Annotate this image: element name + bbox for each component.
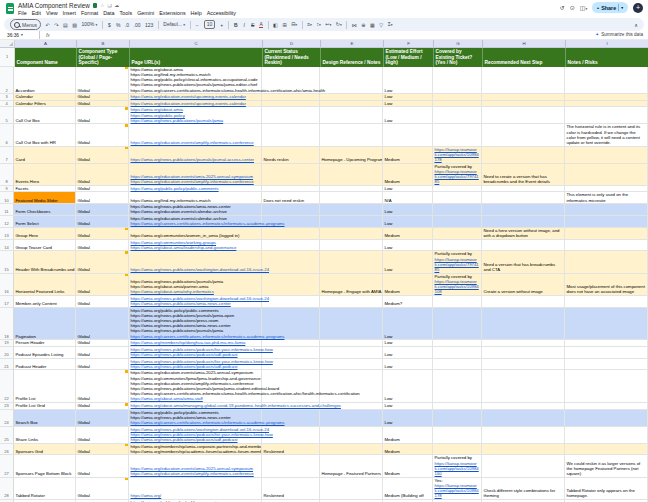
cell-page-urls[interactable]: https://amia.org/public-policy/public-co… bbox=[129, 410, 262, 426]
cell-design-reference[interactable] bbox=[320, 370, 383, 402]
format-currency-button[interactable]: $ bbox=[107, 22, 111, 28]
create-filter-button[interactable]: ▽ bbox=[379, 22, 383, 28]
page-url-link[interactable]: https://amia.org/about-amia/managing-glo… bbox=[131, 403, 260, 408]
cell-component-name[interactable]: Accordion bbox=[14, 67, 76, 93]
cell-covered-by-ticket[interactable] bbox=[433, 107, 482, 123]
cell-component-type[interactable]: Global bbox=[76, 147, 129, 163]
cell-notes-risks[interactable] bbox=[565, 164, 648, 185]
cell-component-name[interactable]: Events Hero bbox=[14, 164, 76, 185]
header-cell-G[interactable]: Covered by Existing Ticket? (Yes / No) bbox=[434, 48, 483, 67]
row-header-1[interactable]: 1 bbox=[0, 48, 15, 67]
cell-notes-risks[interactable] bbox=[565, 240, 648, 251]
column-header-I[interactable]: I bbox=[566, 40, 648, 47]
document-title[interactable]: AMIA Component Review bbox=[18, 2, 90, 9]
ticket-link[interactable]: https://kanap.teamwork.com/app/tasks/109… bbox=[435, 147, 480, 163]
cell-page-urls[interactable]: https://amia.org/education-events/upcomi… bbox=[129, 94, 262, 100]
cell-notes-risks[interactable] bbox=[565, 228, 648, 239]
cell-notes-risks[interactable]: We could reskin it as larger versions of… bbox=[565, 455, 648, 476]
row-header-15[interactable]: 15 bbox=[0, 251, 14, 272]
cell-page-urls[interactable]: https://amia.org/news-publications/journ… bbox=[129, 274, 262, 295]
row-header-13[interactable]: 13 bbox=[0, 228, 14, 239]
cell-recommended-next-step[interactable]: Create a version without image bbox=[482, 274, 565, 295]
cell-design-reference[interactable] bbox=[320, 124, 383, 145]
cell-design-reference[interactable] bbox=[320, 101, 383, 107]
insert-chart-button[interactable]: ▦ bbox=[370, 22, 375, 28]
cell-notes-risks[interactable] bbox=[565, 251, 648, 272]
row-header-14[interactable]: 14 bbox=[0, 240, 14, 251]
cell-component-name[interactable]: Featured Media Slider bbox=[14, 192, 76, 203]
cell-component-type[interactable]: Global bbox=[76, 107, 129, 123]
cell-component-name[interactable]: Facets bbox=[14, 186, 76, 192]
cell-recommended-next-step[interactable] bbox=[482, 308, 565, 340]
cell-page-urls[interactable]: https://amia.org/membership/donghua-tao-… bbox=[129, 340, 262, 346]
page-url-link[interactable]: https://amia.org/news-publications/washi… bbox=[131, 267, 260, 272]
page-url-link[interactable]: https://amia.org/education-events/upcomi… bbox=[131, 94, 260, 99]
menu-tools[interactable]: Tools bbox=[120, 9, 133, 17]
page-url-link[interactable]: https://amia.org/careers-certifications-… bbox=[131, 420, 260, 425]
cell-component-type[interactable]: Global bbox=[76, 274, 129, 295]
cell-design-reference[interactable] bbox=[320, 340, 383, 346]
column-header-H[interactable]: H bbox=[483, 40, 566, 47]
cell-component-name[interactable]: Pagination bbox=[14, 308, 76, 340]
name-box[interactable]: 36:36 ▾ bbox=[0, 33, 39, 38]
cell-page-urls[interactable]: https://amia.org/communities/working-gro… bbox=[129, 240, 262, 251]
cell-recommended-next-step[interactable] bbox=[482, 455, 565, 476]
cell-current-status[interactable] bbox=[262, 228, 320, 239]
insert-link-button[interactable]: ⋈ bbox=[352, 22, 357, 28]
page-url-link[interactable]: https://amia.org/education-events/upcomi… bbox=[131, 101, 260, 106]
row-header-22[interactable]: 22 bbox=[0, 370, 14, 402]
ticket-link[interactable]: https://kanap.teamwork.com/app/tasks/797… bbox=[435, 257, 480, 273]
menu-extensions[interactable]: Extensions bbox=[159, 9, 185, 17]
cell-recommended-next-step[interactable]: Need a version that has breadcrumbs and … bbox=[482, 251, 565, 272]
column-header-G[interactable]: G bbox=[434, 40, 483, 47]
cell-design-reference[interactable] bbox=[320, 228, 383, 239]
menu-help[interactable]: Help bbox=[191, 9, 202, 17]
cell-covered-by-ticket[interactable] bbox=[433, 296, 482, 307]
cell-covered-by-ticket[interactable] bbox=[433, 308, 482, 340]
cell-component-name[interactable]: Search Box bbox=[14, 410, 76, 426]
cell-current-status[interactable]: Reskinned bbox=[262, 444, 320, 455]
cell-notes-risks[interactable] bbox=[565, 370, 648, 402]
cell-estimated-effort[interactable]: Low bbox=[383, 94, 433, 100]
cell-design-reference[interactable]: Homepage - Upcoming Programs bbox=[320, 147, 383, 163]
functions-button[interactable]: Σ▾ bbox=[388, 21, 393, 28]
cell-notes-risks[interactable] bbox=[565, 147, 648, 163]
cell-estimated-effort[interactable]: Low bbox=[383, 370, 433, 402]
page-url-link[interactable]: https://amia.org/about-amia/leadership-a… bbox=[131, 245, 260, 250]
cell-covered-by-ticket[interactable] bbox=[433, 347, 482, 358]
cell-page-urls[interactable]: https://amia.org/education-events/amia-2… bbox=[129, 455, 262, 476]
cell-notes-risks[interactable] bbox=[565, 427, 648, 443]
cell-design-reference[interactable]: Homepage - Engage with AMIA bbox=[320, 274, 383, 295]
cell-estimated-effort[interactable]: Medium bbox=[383, 147, 433, 163]
cell-recommended-next-step[interactable] bbox=[482, 216, 565, 227]
cell-covered-by-ticket[interactable]: Partially covered byhttps://kanap.teamwo… bbox=[433, 251, 482, 272]
cell-covered-by-ticket[interactable] bbox=[433, 94, 482, 100]
redo-button[interactable]: ↷ bbox=[54, 22, 58, 28]
cell-estimated-effort[interactable]: Medium bbox=[383, 455, 433, 476]
cell-covered-by-ticket[interactable]: https://kanap.teamwork.com/app/tasks/109… bbox=[433, 147, 482, 163]
decrease-font-button[interactable]: − bbox=[195, 22, 199, 28]
cell-recommended-next-step[interactable]: Check different style combinations for t… bbox=[482, 478, 565, 499]
page-url-link[interactable]: https://amia.org/news-publications/amia-… bbox=[131, 301, 260, 306]
increase-decimal-button[interactable]: .00 bbox=[134, 22, 141, 28]
cell-component-type[interactable]: Global bbox=[76, 204, 129, 215]
menu-insert[interactable]: Insert bbox=[63, 9, 76, 17]
cell-recommended-next-step[interactable] bbox=[482, 101, 565, 107]
cell-current-status[interactable] bbox=[262, 251, 320, 272]
page-url-link[interactable]: https://amia.org/public-policy/public-co… bbox=[131, 186, 260, 191]
cell-notes-risks[interactable] bbox=[565, 216, 648, 227]
cell-notes-risks[interactable] bbox=[565, 444, 648, 455]
cell-covered-by-ticket[interactable] bbox=[433, 340, 482, 346]
cell-notes-risks[interactable] bbox=[565, 347, 648, 358]
header-cell-I[interactable]: Notes / Risks bbox=[566, 48, 648, 67]
cell-page-urls[interactable]: https://amia.org/education-events/amplif… bbox=[129, 124, 262, 145]
cell-page-urls[interactable]: https://amia.org/find-my-informatics-mat… bbox=[129, 192, 262, 203]
comments-icon[interactable]: ⊙ bbox=[570, 4, 575, 11]
cell-estimated-effort[interactable]: Low bbox=[383, 359, 433, 370]
cell-current-status[interactable] bbox=[262, 240, 320, 251]
cell-component-type[interactable]: Global bbox=[76, 359, 129, 370]
cell-page-urls[interactable]: https://amia.org/membership/amia-corpora… bbox=[129, 444, 262, 455]
cell-estimated-effort[interactable] bbox=[383, 124, 433, 145]
cell-covered-by-ticket[interactable] bbox=[433, 427, 482, 443]
cell-notes-risks[interactable] bbox=[565, 359, 648, 370]
